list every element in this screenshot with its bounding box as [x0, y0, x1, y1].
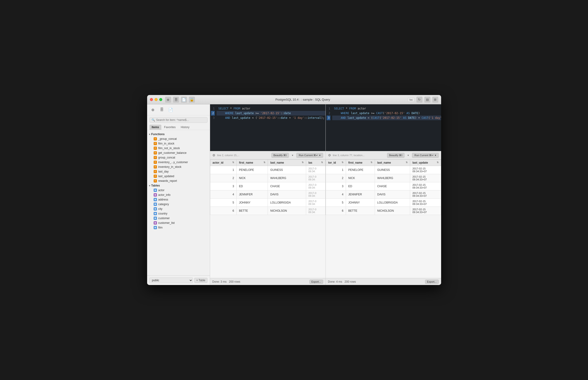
right-beautify-dropdown[interactable]: ▾ [406, 153, 410, 158]
right-beautify-button[interactable]: Beautify ⌘I [387, 153, 404, 158]
table-row[interactable]: 2 NICK WAHLBERG 2017-009:34: [210, 174, 325, 182]
table-row[interactable]: 1 PENELOPE GUINESS 2017-02-1509:34:33+07 [326, 166, 441, 174]
table-row[interactable]: 3 ED CHASE 2017-009:34: [210, 182, 325, 190]
loc-badge: loc [408, 97, 414, 102]
table-item-address[interactable]: ⊞ address [147, 197, 210, 202]
right-code-area[interactable]: SELECT * FROM actor WHERE last_update >=… [331, 104, 441, 151]
right-col-last-name[interactable]: last_name⇅ [375, 160, 410, 166]
table-item-customer[interactable]: ⊞ customer [147, 216, 210, 221]
add-table-button[interactable]: + Table [194, 278, 208, 283]
table-row[interactable]: 2 NICK WAHLBERG 2017-02-1509:34:33+07 [326, 174, 441, 182]
left-sql-editor[interactable]: 1 2 3 SELECT * FROM actor WHERE last_upd… [210, 104, 326, 151]
left-editor-toolbar: ⚙ line 2, column 15,... Beautify ⌘I ▾ Ru… [210, 151, 326, 159]
table-item-city[interactable]: ⊞ city [147, 207, 210, 211]
left-beautify-button[interactable]: Beautify ⌘I [271, 153, 289, 158]
left-results-footer: Done: 3 ms 200 rows Export... [210, 278, 326, 285]
cell-actor-id: 6 [210, 207, 236, 215]
sidebar-toggle[interactable]: ▤ [424, 97, 430, 103]
maximize-button[interactable] [159, 98, 162, 101]
search-input[interactable] [156, 118, 205, 122]
function-item-inventory-by-customer[interactable]: f inventory_...y_customer [147, 160, 210, 165]
right-run-button[interactable]: Run Current ⌘↵ ▾ [412, 153, 439, 158]
right-editor-toolbar: ⚙ line 3, column 77, location... Beautif… [326, 151, 441, 159]
tab-history[interactable]: History [178, 125, 192, 130]
table-row[interactable]: 1 PENELOPE GUINESS 2017-009:34: [210, 166, 325, 174]
left-gear-icon[interactable]: ⚙ [212, 153, 215, 157]
right-col-last-update[interactable]: last_update⇅ [410, 160, 441, 166]
tables-section-header[interactable]: ▾ Tables [147, 183, 210, 188]
left-results-table-wrapper[interactable]: actor_id⇅ first_name⇅ last_name⇅ las⇅ 1 … [210, 159, 326, 278]
table-icon: ⊞ [154, 207, 157, 210]
function-item-film-not-in-stock[interactable]: f film_not_in_stock [147, 146, 210, 151]
table-item-film[interactable]: ⊞ film [147, 225, 210, 230]
table-row[interactable]: 5 JOHNNY LOLLOBRIGIDA 2017-02-1509:34:33… [326, 199, 441, 207]
table-row[interactable]: 5 JOHNNY LOLLOBRIGIDA 2017-009:34: [210, 199, 325, 207]
table-row[interactable]: 3 ED CHASE 2017-02-1509:34:33+07 [326, 182, 441, 190]
sidebar-location-icon[interactable]: ⊕ [149, 106, 156, 113]
table-item-customer-list[interactable]: ⊞ customer_list [147, 221, 210, 225]
left-col-last-name[interactable]: last_name⇅ [268, 160, 306, 166]
table-label: actor [158, 189, 165, 192]
minimize-button[interactable] [155, 98, 158, 101]
right-results-table-wrapper[interactable]: tor_id⇅ first_name⇅ last_name⇅ last_upda… [326, 159, 441, 278]
right-col-actor-id[interactable]: tor_id⇅ [326, 160, 346, 166]
sidebar-top-icons: ⊕ 🗄 📄 [147, 104, 210, 115]
table-row[interactable]: 6 BETTE NICHOLSON 2017-009:34: [210, 207, 325, 215]
close-button[interactable] [150, 98, 153, 101]
tab-favorites[interactable]: Favorites [162, 125, 178, 130]
lock-icon[interactable]: 🔒 [189, 97, 195, 103]
cell-first-name: JOHNNY [236, 199, 268, 207]
function-label: film_not_in_stock [158, 147, 180, 150]
sidebar-doc-icon[interactable]: 📄 [167, 106, 174, 113]
function-item-group-concat-1[interactable]: f _group_concat [147, 136, 210, 141]
left-col-last[interactable]: las⇅ [306, 160, 325, 166]
table-item-category[interactable]: ⊞ category [147, 202, 210, 207]
left-code-area[interactable]: SELECT * FROM actor WHERE last_update >=… [216, 104, 326, 151]
search-bar[interactable]: 🔍 [149, 117, 208, 123]
toolbar-icons: ⊕ 🗄 📄 🔒 [165, 97, 195, 103]
cell-last-name: NICHOLSON [268, 207, 306, 215]
sidebar-db-icon[interactable]: 🗄 [158, 106, 165, 113]
table-label: film [158, 226, 163, 229]
refresh-button[interactable]: ↻ [416, 97, 422, 103]
network-icon[interactable]: ⊕ [165, 97, 171, 103]
document-icon[interactable]: 📄 [181, 97, 187, 103]
functions-arrow: ▾ [149, 133, 150, 136]
table-item-actor-info[interactable]: ⊞ actor_info [147, 192, 210, 197]
table-row[interactable]: 4 JENNIFER DAVIS 2017-009:34: [210, 190, 325, 199]
function-item-last-day[interactable]: f last_day [147, 169, 210, 174]
cell-last-name: DAVIS [375, 190, 410, 199]
functions-section-header[interactable]: ▾ Functions [147, 132, 210, 136]
function-item-last-updated[interactable]: f last_updated [147, 174, 210, 179]
table-item-actor[interactable]: ⊞ actor [147, 188, 210, 192]
cell-last-name: LOLLOBRIGIDA [268, 199, 306, 207]
split-toggle[interactable]: ⊞ [432, 97, 438, 103]
right-done-text: Done: 4 ms [328, 280, 342, 283]
left-export-button[interactable]: Export... [309, 280, 323, 284]
schema-select[interactable]: public [149, 278, 193, 283]
left-run-button[interactable]: Run Current ⌘↵ ▾ [296, 153, 323, 158]
right-col-first-name[interactable]: first_name⇅ [346, 160, 375, 166]
right-export-button[interactable]: Export... [425, 280, 439, 284]
left-col-first-name[interactable]: first_name⇅ [236, 160, 268, 166]
function-item-film-in-stock[interactable]: f film_in_stock [147, 141, 210, 146]
cell-first-name: JENNIFER [236, 190, 268, 199]
right-gear-icon[interactable]: ⚙ [328, 153, 331, 157]
function-item-group-concat-2[interactable]: f group_concat [147, 155, 210, 160]
function-item-rewards-report[interactable]: f rewards_report [147, 179, 210, 183]
table-item-country[interactable]: ⊞ country [147, 211, 210, 216]
tab-items[interactable]: Items [149, 125, 161, 130]
table-row[interactable]: 6 BETTE NICHOLSON 2017-02-1509:34:33+07 [326, 207, 441, 215]
function-item-get-customer-balance[interactable]: f get_customer_balance [147, 151, 210, 155]
table-row[interactable]: 4 JENNIFER DAVIS 2017-02-1509:34:33+07 [326, 190, 441, 199]
left-beautify-dropdown[interactable]: ▾ [291, 153, 294, 158]
cell-first-name: NICK [236, 174, 268, 182]
right-run-dropdown-arrow[interactable]: ▾ [435, 154, 436, 157]
left-run-dropdown-arrow[interactable]: ▾ [319, 154, 321, 157]
function-label: last_updated [158, 175, 174, 178]
function-item-inventory-in-stock[interactable]: f inventory_in_stock [147, 165, 210, 169]
left-col-actor-id[interactable]: actor_id⇅ [210, 160, 236, 166]
database-icon[interactable]: 🗄 [173, 97, 179, 103]
right-sql-editor[interactable]: 1 2 3 SELECT * FROM actor WHERE last_upd… [326, 104, 441, 151]
cell-actor-id: 2 [210, 174, 236, 182]
